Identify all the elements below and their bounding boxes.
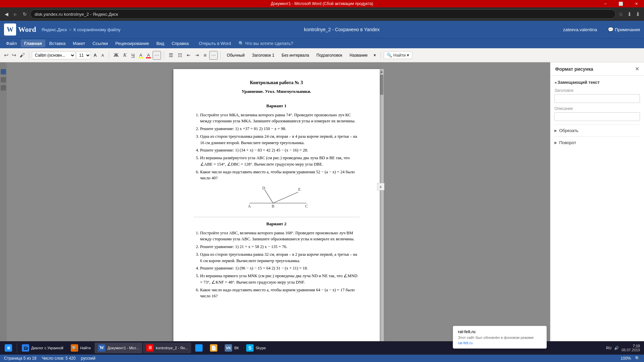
zoom-icon[interactable]: 🔍 <box>635 356 640 361</box>
number-list-button[interactable]: ☷ <box>176 51 184 59</box>
margin-icon-2[interactable] <box>1 77 6 82</box>
doc-title: Контрольная работа № 3 <box>194 79 360 86</box>
status-bar: Страница 5 из 18 Число слов: 5 420 русск… <box>0 355 644 362</box>
decrease-indent-button[interactable]: ⇤ <box>185 52 193 59</box>
decrease-font-button[interactable]: A <box>99 52 106 58</box>
taskbar-lang[interactable]: RU <box>606 346 611 350</box>
notes-button[interactable]: 💬 Примечания <box>608 27 640 32</box>
font-selector[interactable]: Calibri (основн... <box>32 51 75 59</box>
word-logo-icon: W <box>4 23 16 36</box>
taskbar-browser[interactable]: 🌐 <box>192 343 206 353</box>
page-number-badge: 4 <box>377 183 384 190</box>
style-heading1[interactable]: Заголовок 1 <box>249 52 277 58</box>
taskbar-volume-icon[interactable]: 🔊 <box>614 346 619 350</box>
formatting-group: Ж К Ч A A ··· <box>112 51 164 60</box>
alt-text-section[interactable]: Замещающий текст <box>554 80 640 85</box>
style-normal[interactable]: Обычный <box>223 52 248 58</box>
word-logo: W Word <box>4 23 36 36</box>
title-bar-controls: ─ ⬜ ✕ <box>598 0 644 7</box>
taskbar-yandex-kontrolnye[interactable]: Я kontrolnye_2 - Ян... <box>143 343 191 353</box>
bookmark-icon[interactable]: ☆ <box>617 10 625 19</box>
vk-taskbar-icon: VK <box>225 344 232 352</box>
taskbar-yandex-label: kontrolnye_2 - Ян... <box>156 346 188 350</box>
panel-close-button[interactable]: ✕ <box>635 66 639 72</box>
underline-button[interactable]: Ч <box>129 51 137 59</box>
menu-file[interactable]: Файл <box>3 40 20 47</box>
scroll-up-arrow[interactable]: ▲ <box>380 70 383 73</box>
address-bar[interactable]: disk.yandex.ru kontrolnye_2 - Яндекс.Дис… <box>30 9 616 19</box>
paragraph-more-button[interactable]: ··· <box>209 51 218 60</box>
download-icon[interactable]: ⬇ <box>626 10 633 19</box>
italic-button[interactable]: К <box>121 51 129 59</box>
variant1-section: Вариант 1 Постройте угол МКА, величина к… <box>194 103 360 212</box>
document-scrollbar[interactable]: ▲ ▼ <box>380 69 384 362</box>
find-taskbar-icon: 🔍 <box>71 344 78 352</box>
breadcrumb-item2[interactable]: К сохранённому файлу <box>73 27 120 32</box>
title-bar-text: Документ1 - Microsoft Word (Сбой активац… <box>271 1 373 6</box>
style-title[interactable]: Название <box>346 52 371 58</box>
main-area: 4 Контрольная работа № 3 Уравнение. Угол… <box>0 62 644 362</box>
bullet-list-button[interactable]: ☰ <box>167 51 175 59</box>
menu-help[interactable]: Справка <box>168 40 192 47</box>
svg-text:D: D <box>262 186 265 190</box>
styles-dropdown[interactable]: ▾ <box>372 52 378 59</box>
back-button[interactable]: ◀ <box>3 10 10 18</box>
redo-button[interactable]: ↪ <box>10 51 17 59</box>
variant1-item3: Одна из сторон треугольника равна 24 см,… <box>200 133 360 146</box>
status-page: Страница 5 из 18 <box>4 356 37 361</box>
download2-icon[interactable]: ⬇ <box>634 10 641 19</box>
taskbar-find[interactable]: 🔍 Найти <box>67 343 94 353</box>
crop-toggle[interactable]: Обрезать <box>554 128 640 133</box>
taskbar-word[interactable]: W Документ1 - Micr... <box>95 343 142 353</box>
menu-home[interactable]: Главная <box>21 40 45 47</box>
menu-references[interactable]: Ссылки <box>89 40 111 47</box>
notification-popup: rat-felt.ru Этот сайт был обновлён в фон… <box>453 326 547 349</box>
restore-button[interactable]: ⬜ <box>613 0 629 7</box>
menu-layout[interactable]: Макет <box>69 40 89 47</box>
menu-view[interactable]: Вид <box>153 40 168 47</box>
variant1-header: Вариант 1 <box>194 103 360 109</box>
increase-font-button[interactable]: A <box>92 52 99 59</box>
reload-button[interactable]: ↻ <box>21 10 29 18</box>
start-button[interactable]: ⊞ <box>1 343 15 353</box>
margin-icon-3[interactable] <box>1 85 6 90</box>
search-menu[interactable]: 🔍 Что вы хотите сделать? <box>235 40 297 47</box>
margin-icon-1[interactable] <box>1 69 6 74</box>
minimize-button[interactable]: ─ <box>598 0 613 7</box>
taskbar-vk[interactable]: VK ВК <box>221 343 242 353</box>
description-field: Описание <box>554 106 640 121</box>
breadcrumb-item1[interactable]: Яндекс.Диск <box>42 27 67 32</box>
menu-insert[interactable]: Вставка <box>46 40 69 47</box>
bold-button[interactable]: Ж <box>112 51 121 59</box>
description-input[interactable] <box>554 112 640 121</box>
style-no-spacing[interactable]: Без интервала <box>278 52 313 58</box>
scroll-thumb[interactable] <box>380 75 383 95</box>
undo-button[interactable]: ↩ <box>3 51 10 59</box>
taskbar: ⊞ 🗂 Диалог с Украиной 🔍 Найти W Документ… <box>0 341 644 355</box>
variant1-list: Постройте угол МКА, величина которого ра… <box>200 112 360 182</box>
font-size-selector[interactable]: 11 <box>76 51 91 59</box>
word-taskbar-icon: W <box>98 344 105 352</box>
highlight-button[interactable]: A <box>138 52 145 59</box>
font-color-button[interactable]: A <box>145 52 152 59</box>
formatting-more-button[interactable]: ··· <box>153 51 161 60</box>
format-painter-button[interactable]: 🖌 <box>18 52 26 59</box>
style-subtitle[interactable]: Подзаголовок <box>313 52 346 58</box>
variant1-item5: Из вершины развёрнутого угла АВС (см рис… <box>200 155 360 168</box>
increase-indent-button[interactable]: ⇥ <box>193 52 201 59</box>
toolbar: ↩ ↪ 🖌 Calibri (основн... 11 A A Ж К Ч A … <box>0 48 644 62</box>
taskbar-skype[interactable]: S Skype <box>243 343 269 353</box>
taskbar-sep1 <box>17 343 17 353</box>
align-button[interactable]: ≡ <box>202 51 209 59</box>
font-group: Calibri (основн... 11 A A <box>32 51 109 59</box>
title-input[interactable] <box>554 94 640 103</box>
forward-button[interactable]: ▶ <box>12 10 19 18</box>
open-in-word-button[interactable]: Открыть в Word <box>196 40 234 47</box>
taskbar-pdf[interactable]: 📄 <box>207 343 221 353</box>
taskbar-dialog-ukraine[interactable]: 🗂 Диалог с Украиной <box>18 343 67 353</box>
notification-text: Этот сайт был обновлён в фоновом режиме <box>458 336 542 340</box>
rotate-toggle[interactable]: Поворот <box>554 140 640 145</box>
menu-review[interactable]: Рецензирование <box>112 40 152 47</box>
close-button[interactable]: ✕ <box>629 0 644 7</box>
find-button[interactable]: 🔍 Найти ▾ <box>384 51 412 59</box>
